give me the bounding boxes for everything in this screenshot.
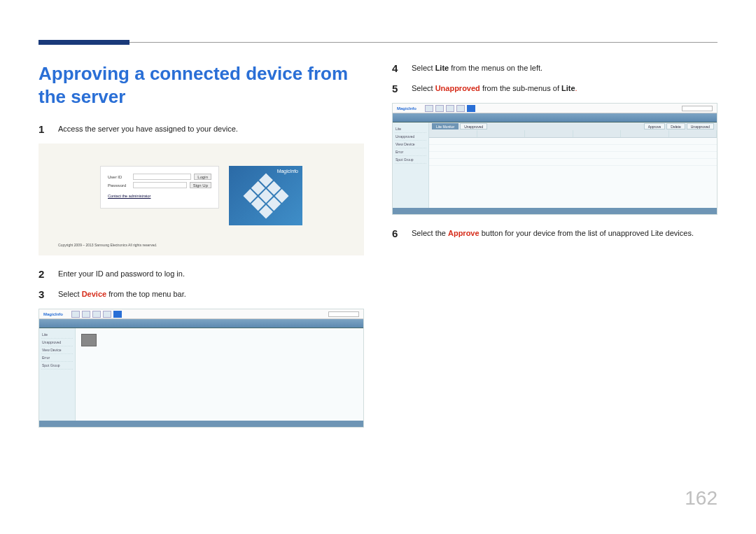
step-text-pre: Select the bbox=[412, 229, 448, 237]
sidebar-item: Lite bbox=[395, 125, 426, 133]
password-field bbox=[133, 182, 187, 188]
page-number: 162 bbox=[685, 487, 718, 510]
btn-delete: Delete bbox=[666, 123, 685, 129]
step-1: 1 Access the server you have assigned to… bbox=[38, 123, 364, 135]
step-text: Select the Approve button for your devic… bbox=[412, 227, 694, 239]
sidebar-item: Spot Group bbox=[41, 362, 73, 370]
step-number: 6 bbox=[392, 227, 402, 239]
step-3: 3 Select Device from the top menu bar. bbox=[38, 288, 364, 300]
step-highlight: Approve bbox=[448, 229, 479, 237]
step-highlight: Lite bbox=[435, 64, 449, 72]
app-logo: MagicInfo bbox=[397, 106, 416, 111]
user-id-label: User ID bbox=[108, 175, 130, 179]
step-text-pre: Select bbox=[412, 64, 435, 72]
sidebar-item: Error bbox=[41, 354, 73, 362]
brand-text: MagicInfo bbox=[277, 169, 298, 174]
step-6: 6 Select the Approve button for your dev… bbox=[392, 227, 718, 239]
header-rule bbox=[38, 42, 718, 43]
step-4: 4 Select Lite from the menus on the left… bbox=[392, 62, 718, 74]
login-form-mock: User ID Login Password Sign Up Contact t… bbox=[100, 166, 219, 209]
page-title: Approving a connected device from the se… bbox=[38, 62, 364, 108]
step-highlight-2: Lite bbox=[561, 84, 575, 92]
step-text: Enter your ID and password to log in. bbox=[58, 268, 185, 280]
device-nav-icon bbox=[467, 105, 475, 112]
nav-icons bbox=[425, 105, 475, 112]
right-column: 4 Select Lite from the menus on the left… bbox=[392, 62, 718, 440]
step-number: 3 bbox=[38, 288, 48, 300]
table-row bbox=[429, 159, 717, 166]
device-thumbnail bbox=[81, 334, 97, 346]
step-5: 5 Select Unapproved from the sub-menus o… bbox=[392, 83, 718, 94]
screenshot-app-device: MagicInfo Lite Unapproved View Device Er… bbox=[38, 309, 364, 428]
table-row bbox=[429, 152, 717, 159]
password-label: Password bbox=[108, 183, 130, 188]
app-toolbar bbox=[39, 319, 363, 328]
step-text-end: . bbox=[575, 84, 578, 92]
content-columns: Approving a connected device from the se… bbox=[38, 62, 718, 440]
app-sidebar: Lite Unapproved View Device Error Spot G… bbox=[39, 328, 76, 421]
app-main: Lite Monitor Unapproved Approve Delete U… bbox=[429, 122, 717, 208]
step-text: Select Device from the top menu bar. bbox=[58, 288, 186, 300]
step-text: Select Unapproved from the sub-menus of … bbox=[412, 83, 578, 94]
login-button-mock: Login bbox=[194, 174, 211, 180]
app-logo: MagicInfo bbox=[43, 312, 63, 316]
sidebar-item: Unapproved bbox=[41, 339, 73, 346]
step-text-pre: Select bbox=[412, 84, 435, 92]
sidebar-item: Unapproved bbox=[395, 133, 426, 141]
step-text: Select Lite from the menus on the left. bbox=[412, 62, 542, 74]
step-text-pre: Select bbox=[58, 290, 82, 298]
copyright-text: Copyright 2009 – 2013 Samsung Electronic… bbox=[58, 243, 157, 247]
tab-lite-monitor: Lite Monitor bbox=[432, 123, 458, 129]
signup-button-mock: Sign Up bbox=[190, 182, 211, 188]
step-number: 5 bbox=[392, 83, 402, 94]
step-text: Access the server you have assigned to y… bbox=[58, 123, 238, 135]
device-nav-icon bbox=[113, 311, 122, 318]
login-brand-panel: MagicInfo bbox=[229, 166, 302, 225]
step-2: 2 Enter your ID and password to log in. bbox=[38, 268, 364, 280]
nav-icons bbox=[71, 311, 122, 318]
sidebar-item: Error bbox=[395, 148, 426, 156]
table-header bbox=[429, 130, 717, 138]
left-column: Approving a connected device from the se… bbox=[38, 62, 364, 440]
tab-unapproved: Unapproved bbox=[460, 123, 487, 129]
step-number: 1 bbox=[38, 123, 48, 135]
btn-unapproved: Unapproved bbox=[687, 123, 714, 129]
screenshot-app-unapproved: MagicInfo Lite Unapproved View Device Er… bbox=[392, 103, 718, 215]
contact-admin-link: Contact the administrator bbox=[108, 194, 211, 198]
sidebar-item: View Device bbox=[41, 346, 73, 354]
btn-approve: Approve bbox=[644, 123, 666, 129]
search-field-mock bbox=[328, 311, 359, 317]
sidebar-item: Lite bbox=[41, 331, 73, 339]
step-text-post: from the top menu bar. bbox=[106, 290, 186, 298]
step-highlight: Device bbox=[82, 290, 106, 298]
app-sidebar: Lite Unapproved View Device Error Spot G… bbox=[393, 122, 429, 208]
status-bar bbox=[39, 421, 363, 427]
step-text-mid: from the sub-menus of bbox=[480, 84, 561, 92]
table-row bbox=[429, 138, 717, 145]
app-toolbar bbox=[393, 113, 717, 122]
step-number: 2 bbox=[38, 268, 48, 280]
search-field-mock bbox=[682, 106, 713, 111]
sidebar-item: View Device bbox=[395, 141, 426, 148]
diamond-pattern-icon bbox=[243, 173, 288, 218]
step-text-post: button for your device from the list of … bbox=[479, 229, 694, 237]
step-text-post: from the menus on the left. bbox=[449, 64, 542, 72]
step-highlight: Unapproved bbox=[435, 84, 480, 92]
status-bar bbox=[393, 208, 717, 214]
sidebar-item: Spot Group bbox=[395, 156, 426, 164]
step-number: 4 bbox=[392, 62, 402, 74]
table-row bbox=[429, 145, 717, 152]
user-id-field bbox=[133, 174, 191, 180]
screenshot-login: User ID Login Password Sign Up Contact t… bbox=[38, 143, 364, 255]
app-main bbox=[76, 328, 363, 421]
